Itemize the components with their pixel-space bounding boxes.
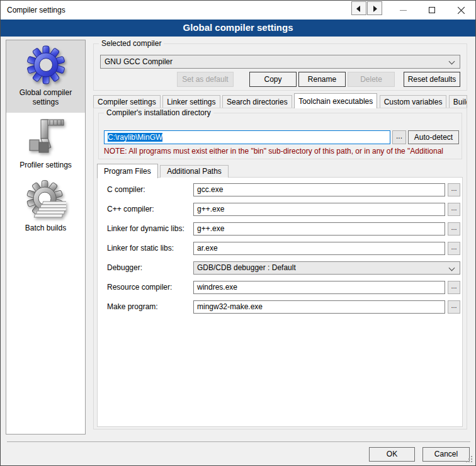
installation-directory-input[interactable]: C:\raylib\MinGW [104, 130, 390, 144]
sidebar-item-global-compiler-settings[interactable]: Global compiler settings [6, 40, 85, 113]
linker-dynamic-browse-button[interactable]: ... [448, 222, 460, 236]
resource-compiler-browse-button[interactable]: ... [448, 281, 460, 294]
program-files-tab-strip: Program Files Additional Paths [97, 163, 229, 178]
cpp-compiler-browse-button[interactable]: ... [448, 203, 460, 216]
settings-category-list: Global compiler settings [6, 40, 86, 435]
sidebar-item-profiler-settings[interactable]: Profiler settings [6, 113, 85, 176]
window-title: Compiler settings [7, 1, 65, 20]
auto-detect-button[interactable]: Auto-detect [408, 130, 459, 144]
tab-scroll-right-button[interactable] [367, 1, 382, 15]
settings-tab-strip: Compiler settings Linker settings Search… [93, 93, 476, 108]
ok-button[interactable]: OK [369, 447, 415, 462]
arrow-right-icon [373, 6, 377, 12]
c-compiler-label: C compiler: [107, 183, 145, 196]
selected-compiler-dropdown[interactable]: GNU GCC Compiler [100, 55, 460, 69]
tab-compiler-settings[interactable]: Compiler settings [93, 95, 161, 108]
installation-directory-group: Compiler's installation directory C:\ray… [98, 113, 462, 159]
sidebar-item-label: Global compiler settings [6, 85, 85, 113]
footer-divider [7, 441, 470, 442]
sidebar-item-label: Profiler settings [6, 157, 85, 176]
gray-gear-stack-icon [26, 180, 66, 220]
linker-static-browse-button[interactable]: ... [448, 242, 460, 255]
rename-button[interactable]: Rename [298, 72, 346, 87]
linker-static-input[interactable]: ar.exe [193, 242, 445, 255]
tab-linker-settings[interactable]: Linker settings [162, 95, 220, 108]
sidebar-item-batch-builds[interactable]: Batch builds [6, 176, 85, 239]
tab-scroll-left-button[interactable] [351, 1, 366, 15]
program-files-panel: C compiler: gcc.exe ... C++ compiler: g+… [97, 177, 463, 427]
linker-static-label: Linker for static libs: [107, 242, 174, 255]
maximize-icon [429, 7, 435, 13]
selected-compiler-value: GNU GCC Compiler [105, 57, 173, 66]
sidebar-item-label: Batch builds [6, 220, 85, 239]
resource-compiler-input[interactable]: windres.exe [193, 281, 445, 294]
compiler-settings-dialog: Compiler settings Global compiler settin… [0, 0, 476, 466]
dialog-heading: Global compiler settings [1, 20, 475, 37]
linker-dynamic-label: Linker for dynamic libs: [107, 222, 184, 236]
caliper-icon [26, 117, 66, 157]
titlebar: Compiler settings [1, 1, 475, 20]
browse-directory-button[interactable]: ... [392, 130, 406, 144]
window-controls [388, 1, 475, 20]
installation-directory-value: C:\raylib\MinGW [108, 133, 162, 142]
tab-custom-variables[interactable]: Custom variables [380, 95, 447, 108]
c-compiler-browse-button[interactable]: ... [448, 183, 460, 196]
chevron-down-icon [449, 265, 455, 271]
close-icon [457, 6, 465, 14]
set-as-default-button[interactable]: Set as default [177, 72, 234, 87]
debugger-dropdown[interactable]: GDB/CDB debugger : Default [193, 261, 460, 275]
make-program-input[interactable]: mingw32-make.exe [193, 300, 445, 314]
minimize-button[interactable] [388, 1, 417, 20]
blue-gear-icon [26, 45, 66, 85]
bin-subdirectory-note: NOTE: All programs must exist either in … [104, 147, 459, 156]
debugger-value: GDB/CDB debugger : Default [197, 263, 296, 272]
maximize-button[interactable] [417, 1, 446, 20]
tab-search-directories[interactable]: Search directories [222, 95, 292, 108]
arrow-left-icon [356, 6, 360, 12]
linker-dynamic-input[interactable]: g++.exe [193, 222, 445, 236]
cpp-compiler-label: C++ compiler: [107, 203, 154, 216]
minimize-icon [400, 10, 407, 11]
selected-compiler-group-label: Selected compiler [99, 39, 164, 48]
c-compiler-input[interactable]: gcc.exe [193, 183, 445, 196]
tab-build-options[interactable]: Build options [449, 95, 467, 108]
copy-button[interactable]: Copy [249, 72, 297, 87]
close-button[interactable] [446, 1, 475, 20]
reset-defaults-button[interactable]: Reset defaults [404, 72, 460, 87]
make-program-label: Make program: [107, 300, 158, 314]
installation-directory-group-label: Compiler's installation directory [104, 108, 213, 118]
subtab-additional-paths[interactable]: Additional Paths [160, 165, 229, 178]
cancel-button[interactable]: Cancel [422, 447, 470, 462]
subtab-program-files[interactable]: Program Files [97, 164, 158, 178]
debugger-label: Debugger: [107, 261, 142, 275]
chevron-down-icon [449, 59, 455, 65]
make-program-browse-button[interactable]: ... [448, 300, 460, 314]
resource-compiler-label: Resource compiler: [107, 281, 172, 294]
resize-grip[interactable] [471, 461, 472, 462]
cpp-compiler-input[interactable]: g++.exe [193, 203, 445, 216]
delete-button[interactable]: Delete [348, 72, 395, 87]
tab-toolchain-executables[interactable]: Toolchain executables [294, 93, 377, 108]
